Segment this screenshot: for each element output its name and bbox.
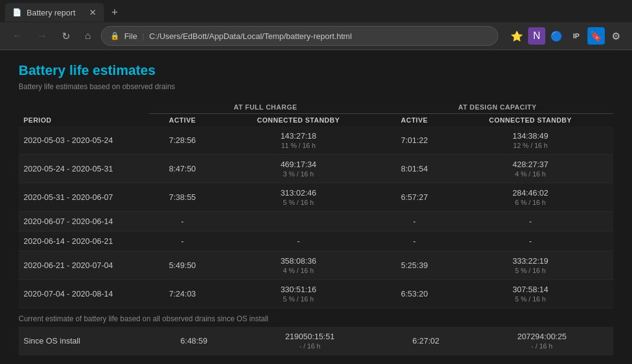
cell-design-active: 7:01:22 (381, 126, 448, 155)
cell-full-standby: 469:17:34 3 % / 16 h (215, 155, 381, 183)
cell-period: 2020-07-04 - 2020-08-14 (19, 280, 149, 308)
cell-full-standby: 330:51:16 5 % / 16 h (215, 280, 381, 308)
footer-design-standby: 207294:00:25 - / 16 h (470, 327, 613, 355)
favorites-icon[interactable]: ⭐ (508, 27, 526, 45)
cell-full-active: 7:38:55 (149, 183, 215, 212)
cell-design-active: - (381, 232, 448, 251)
cell-period: 2020-05-03 - 2020-05-24 (19, 126, 149, 155)
cell-period: 2020-06-07 - 2020-06-14 (19, 212, 149, 232)
col-standby-1: CONNECTED STANDBY (215, 114, 381, 127)
extensions-icon[interactable]: 🔵 (548, 27, 565, 45)
cell-design-active: 5:25:39 (381, 251, 448, 280)
cell-design-standby: 134:38:49 12 % / 16 h (448, 126, 613, 155)
cell-period: 2020-06-14 - 2020-06-21 (19, 232, 149, 251)
onenote-icon[interactable]: N (528, 27, 545, 45)
forward-button[interactable]: → (32, 28, 52, 44)
collections-icon[interactable]: 🔖 (587, 27, 605, 45)
cell-period: 2020-05-31 - 2020-06-07 (19, 183, 149, 212)
tab-title: Battery report (27, 8, 76, 17)
table-row: 2020-06-07 - 2020-06-14 - - - (19, 212, 613, 232)
cell-full-active: - (149, 212, 215, 232)
table-row: 2020-06-21 - 2020-07-04 5:49:50 358:08:3… (19, 251, 613, 280)
cell-full-active: 5:49:50 (149, 251, 215, 280)
toolbar-icons: ⭐ N 🔵 IP 🔖 ⚙ (508, 27, 625, 45)
battery-table: AT FULL CHARGE AT DESIGN CAPACITY PERIOD… (19, 101, 613, 308)
ip-icon[interactable]: IP (568, 27, 585, 45)
col-period: PERIOD (19, 114, 149, 127)
settings-icon[interactable]: ⚙ (607, 27, 625, 45)
table-row: 2020-05-31 - 2020-06-07 7:38:55 313:02:4… (19, 183, 613, 212)
footer-period: Since OS install (19, 327, 149, 355)
cell-design-standby: 284:46:02 6 % / 16 h (448, 183, 613, 212)
page-subtitle: Battery life estimates based on observed… (19, 82, 613, 91)
cell-design-active: - (381, 212, 448, 232)
back-button[interactable]: ← (7, 28, 27, 44)
new-tab-button[interactable]: + (106, 4, 123, 22)
url-text: C:/Users/EdBott/AppData/Local/Temp/batte… (149, 32, 352, 41)
cell-full-standby: 358:08:36 4 % / 16 h (215, 251, 381, 280)
period-col-header (19, 101, 149, 114)
cell-design-standby: 428:27:37 4 % / 16 h (448, 155, 613, 183)
cell-full-active: 7:28:56 (149, 126, 215, 155)
address-bar: ← → ↻ ⌂ 🔒 File | C:/Users/EdBott/AppData… (0, 22, 632, 50)
tab-icon: 📄 (12, 8, 22, 17)
tab-close-button[interactable]: ✕ (89, 7, 97, 17)
footer-design-active: 6:27:02 (381, 327, 470, 355)
col-active-2: ACTIVE (381, 114, 448, 127)
footer-full-active: 6:48:59 (149, 327, 238, 355)
footer-full-standby: 219050:15:51 - / 16 h (238, 327, 381, 355)
footer-table: Since OS install 6:48:59 219050:15:51 - … (19, 327, 613, 355)
footer-note: Current estimate of battery life based o… (19, 308, 613, 327)
protocol-label: File (124, 32, 137, 41)
col-standby-2: CONNECTED STANDBY (448, 114, 613, 127)
page-title: Battery life estimates (19, 63, 613, 79)
refresh-button[interactable]: ↻ (57, 28, 75, 45)
cell-design-standby: 333:22:19 5 % / 16 h (448, 251, 613, 280)
cell-period: 2020-06-21 - 2020-07-04 (19, 251, 149, 280)
cell-full-standby (215, 212, 381, 232)
cell-full-standby: 313:02:46 5 % / 16 h (215, 183, 381, 212)
page-content: Battery life estimates Battery life esti… (0, 50, 632, 364)
footer-row: Since OS install 6:48:59 219050:15:51 - … (19, 327, 613, 355)
active-tab[interactable]: 📄 Battery report ✕ (5, 3, 104, 22)
cell-full-active: 7:24:03 (149, 280, 215, 308)
tab-bar: 📄 Battery report ✕ + (0, 0, 632, 22)
cell-full-active: 8:47:50 (149, 155, 215, 183)
address-input[interactable]: 🔒 File | C:/Users/EdBott/AppData/Local/T… (101, 26, 498, 46)
cell-design-active: 6:57:27 (381, 183, 448, 212)
table-row: 2020-05-24 - 2020-05-31 8:47:50 469:17:3… (19, 155, 613, 183)
cell-period: 2020-05-24 - 2020-05-31 (19, 155, 149, 183)
table-row: 2020-06-14 - 2020-06-21 - - - - (19, 232, 613, 251)
home-button[interactable]: ⌂ (80, 28, 96, 44)
col-active-1: ACTIVE (149, 114, 215, 127)
cell-design-standby: - (448, 212, 613, 232)
at-design-capacity-header: AT DESIGN CAPACITY (381, 101, 613, 114)
lock-icon: 🔒 (110, 32, 119, 40)
cell-full-active: - (149, 232, 215, 251)
cell-full-standby: 143:27:18 11 % / 16 h (215, 126, 381, 155)
cell-design-active: 6:53:20 (381, 280, 448, 308)
browser-chrome: 📄 Battery report ✕ + ← → ↻ ⌂ 🔒 File | C:… (0, 0, 632, 50)
at-full-charge-header: AT FULL CHARGE (149, 101, 381, 114)
table-row: 2020-07-04 - 2020-08-14 7:24:03 330:51:1… (19, 280, 613, 308)
table-row: 2020-05-03 - 2020-05-24 7:28:56 143:27:1… (19, 126, 613, 155)
cell-design-standby: 307:58:14 5 % / 16 h (448, 280, 613, 308)
cell-design-standby: - (448, 232, 613, 251)
cell-design-active: 8:01:54 (381, 155, 448, 183)
cell-full-standby: - (215, 232, 381, 251)
